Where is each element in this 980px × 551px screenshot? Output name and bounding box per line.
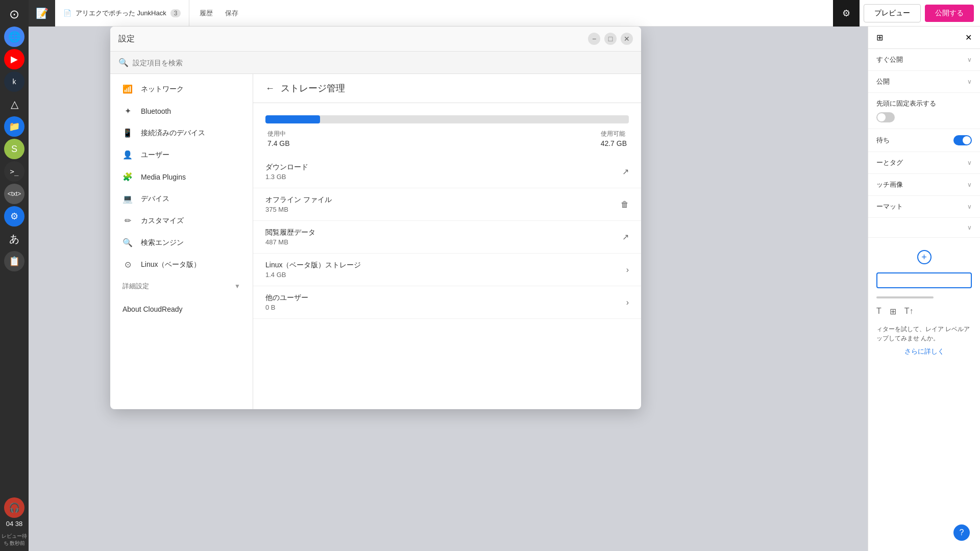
logo-icon: 📝 — [36, 7, 48, 19]
right-panel-format[interactable]: ーマット ∨ — [868, 196, 980, 218]
sidebar-item-bluetooth[interactable]: ✦ Bluetooth — [110, 100, 253, 122]
wifi-icon: 📶 — [122, 84, 133, 94]
shopify-icon[interactable]: S — [4, 139, 24, 159]
back-button[interactable]: ← — [265, 83, 275, 94]
help-button[interactable]: ? — [953, 524, 970, 541]
sidebar-item-linux[interactable]: ⊙ Linux（ベータ版） — [110, 254, 253, 276]
settings-main: ← ストレージ管理 使用中 7.4 GB 使用可能 42.7 — [253, 74, 641, 409]
toggle-knob — [963, 136, 971, 144]
about-label: About CloudReady — [122, 305, 183, 313]
japanese-input-icon[interactable]: あ — [4, 229, 24, 249]
top-bar-actions: 履歴 保存 — [189, 7, 249, 20]
app-logo[interactable]: 📝 — [29, 0, 55, 27]
sidebar-item-search-engine[interactable]: 🔍 検索エンジン — [110, 232, 253, 254]
right-panel-publish-soon[interactable]: すぐ公開 ∨ — [868, 49, 980, 71]
dialog-header: 設定 − □ ✕ — [110, 27, 641, 52]
format-icon-3[interactable]: T↑ — [904, 307, 914, 316]
sidebar-item-users[interactable]: 👤 ユーザー — [110, 144, 253, 166]
storage-item-info: 他のユーザー 0 B — [265, 293, 626, 311]
publish-soon-label: すぐ公開 — [876, 55, 903, 64]
chevron-down-icon: ∨ — [967, 56, 972, 63]
history-link[interactable]: 履歴 — [195, 7, 217, 20]
sidebar-item-network[interactable]: 📶 ネットワーク — [110, 78, 253, 100]
add-button[interactable]: + — [917, 250, 932, 264]
thumbnail-label: ッチ画像 — [876, 180, 903, 189]
storage-item-downloads[interactable]: ダウンロード 1.3 GB ↗ — [253, 156, 641, 188]
settings-button[interactable]: ⚙ — [833, 0, 860, 27]
tab-doc-icon: 📄 — [63, 9, 71, 17]
more-link[interactable]: さらに詳しく — [876, 347, 972, 356]
settings-taskbar-icon[interactable]: ⚙ — [4, 206, 24, 227]
format-icon-1[interactable]: T — [876, 307, 881, 316]
wait-toggle[interactable] — [953, 135, 972, 145]
storage-item-other-users[interactable]: 他のユーザー 0 B › — [253, 286, 641, 319]
close-button[interactable]: ✕ — [621, 33, 633, 45]
right-panel-close-icon[interactable]: ✕ — [965, 33, 972, 42]
google-drive-icon[interactable]: △ — [4, 94, 24, 114]
storage-item-history[interactable]: 閲覧履歴データ 487 MB ↗ — [253, 221, 641, 254]
storage-used-label: 使用中 7.4 GB — [267, 130, 290, 147]
sidebar-item-device[interactable]: 💻 デバイス — [110, 188, 253, 210]
format-icon-2[interactable]: ⊞ — [890, 307, 896, 316]
person-icon: 👤 — [122, 150, 133, 160]
right-panel-header: ⊞ ✕ — [868, 27, 980, 49]
tab-article[interactable]: 📄 アリエクでポチった JunkHack 3 — [55, 0, 189, 27]
tab-badge: 3 — [170, 9, 181, 17]
storage-item-info: Linux（ベータ版）ストレージ 1.4 GB — [265, 261, 626, 279]
chevron-down-icon: ∨ — [967, 78, 972, 85]
toggle-knob — [877, 113, 886, 121]
storage-labels: 使用中 7.4 GB 使用可能 42.7 GB — [265, 123, 629, 147]
dialog-title: 設定 — [118, 34, 135, 44]
bluetooth-icon: ✦ — [122, 106, 133, 116]
chrome-icon[interactable]: 🌐 — [4, 27, 24, 47]
right-panel-thumbnail[interactable]: ッチ画像 ∨ — [868, 174, 980, 196]
minimize-button[interactable]: − — [588, 33, 600, 45]
right-panel-extra[interactable]: ∨ — [868, 218, 980, 238]
sidebar-item-media-plugins[interactable]: 🧩 Media Plugins — [110, 166, 253, 188]
chromeos-icon[interactable]: ⊙ — [4, 4, 24, 24]
youtube-icon[interactable]: ▶ — [4, 49, 24, 69]
terminal-icon[interactable]: >_ — [4, 161, 24, 182]
taskbar: ⊙ 🌐 ▶ k △ 📁 S >_ <txt> ⚙ あ 📋 🎧 04 38 レビュ… — [0, 0, 29, 551]
tag-label: ーとタグ — [876, 158, 903, 167]
publish-button[interactable]: 公開する — [925, 5, 974, 22]
notes-icon[interactable]: 📋 — [4, 251, 24, 271]
icon-row: T ⊞ T↑ — [876, 303, 972, 320]
kindle-icon[interactable]: k — [4, 71, 24, 92]
storage-available-label: 使用可能 42.7 GB — [601, 130, 627, 147]
external-link-icon: ↗ — [622, 232, 629, 242]
search-icon: 🔍 — [118, 58, 129, 67]
device-icon: 📱 — [122, 128, 133, 138]
right-bottom: + T ⊞ T↑ ィターを試して、レイア レベルアップしてみませ んか。 さらに… — [868, 238, 980, 368]
top-bar-right: ⚙ プレビュー 公開する — [833, 0, 980, 27]
section-label: 詳細設定 — [122, 282, 149, 291]
maximize-button[interactable]: □ — [604, 33, 617, 45]
storage-item-linux[interactable]: Linux（ベータ版）ストレージ 1.4 GB › — [253, 254, 641, 286]
top-bar: 📝 📄 アリエクでポチった JunkHack 3 履歴 保存 ⚙ プレビュー 公… — [29, 0, 980, 27]
search-input[interactable] — [133, 59, 633, 67]
dialog-controls: − □ ✕ — [588, 33, 633, 45]
right-panel-tag[interactable]: ーとタグ ∨ — [868, 152, 980, 174]
text-icon[interactable]: <txt> — [4, 184, 24, 204]
storage-items-list: ダウンロード 1.3 GB ↗ オフライン ファイル 375 MB 🗑 — [253, 147, 641, 327]
files-icon[interactable]: 📁 — [4, 116, 24, 137]
headphones-icon[interactable]: 🎧 — [4, 497, 24, 518]
sidebar-about[interactable]: About CloudReady — [110, 297, 253, 321]
sidebar-item-connected-devices[interactable]: 📱 接続済みのデバイス — [110, 122, 253, 144]
right-panel: ⊞ ✕ すぐ公開 ∨ 公開 ∨ 先頭に固定表示する 待ち ーとタグ ∨ — [868, 27, 980, 551]
settings-sidebar: 📶 ネットワーク ✦ Bluetooth 📱 接続済みのデバイス 👤 ユーザー … — [110, 74, 253, 409]
preview-button[interactable]: プレビュー — [864, 4, 921, 22]
settings-body: 📶 ネットワーク ✦ Bluetooth 📱 接続済みのデバイス 👤 ユーザー … — [110, 74, 641, 409]
pin-toggle[interactable] — [876, 112, 895, 122]
chevron-down-icon: ▼ — [234, 283, 240, 290]
storage-item-offline[interactable]: オフライン ファイル 375 MB 🗑 — [253, 188, 641, 221]
progress-bar — [876, 296, 934, 298]
save-link[interactable]: 保存 — [221, 7, 242, 20]
sidebar-item-customize[interactable]: ✏ カスタマイズ — [110, 210, 253, 232]
text-input[interactable] — [876, 272, 972, 288]
sidebar-section-advanced[interactable]: 詳細設定 ▼ — [110, 276, 253, 297]
sidebar-label-users: ユーザー — [141, 151, 169, 160]
storage-bar-used — [265, 115, 320, 123]
right-panel-publish[interactable]: 公開 ∨ — [868, 71, 980, 93]
chevron-right-icon: › — [626, 265, 629, 274]
